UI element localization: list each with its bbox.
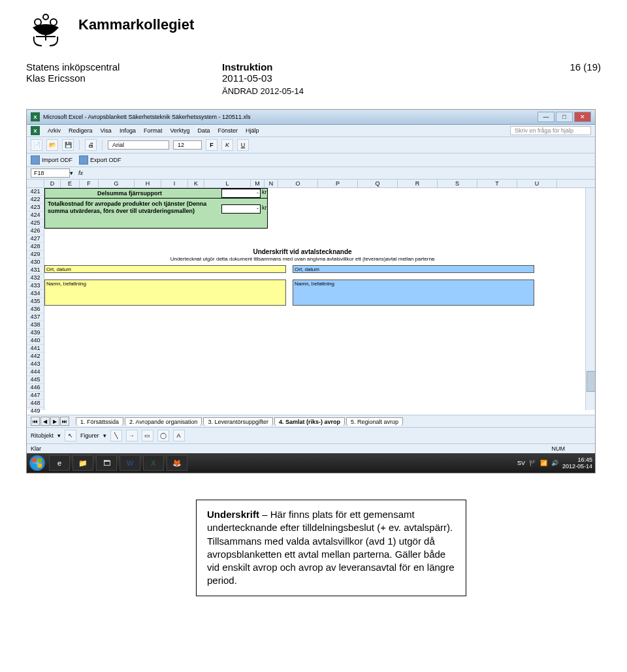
row-header[interactable]: 425: [27, 219, 44, 227]
menu-infoga[interactable]: Infoga: [120, 127, 136, 134]
tab-nav-last-icon[interactable]: ⏭: [60, 417, 69, 426]
row-header[interactable]: 421: [27, 188, 44, 196]
row-header[interactable]: 447: [27, 392, 44, 400]
underline-icon[interactable]: U: [237, 139, 249, 151]
row-header[interactable]: 432: [27, 274, 44, 282]
menu-data[interactable]: Data: [197, 127, 210, 134]
taskbar-excel-icon[interactable]: X: [143, 455, 164, 471]
menu-verktyg[interactable]: Verktyg: [170, 127, 189, 134]
cells-area[interactable]: Delsumma fjärrsupport - kr Totalkostnad …: [44, 188, 595, 410]
close-button[interactable]: ✕: [574, 112, 591, 122]
taskbar-ie-icon[interactable]: e: [49, 455, 70, 471]
ort-datum-left[interactable]: Ort, datum: [44, 265, 286, 273]
row-header[interactable]: 442: [27, 353, 44, 360]
row-header[interactable]: 433: [27, 282, 44, 290]
row-header[interactable]: 426: [27, 227, 44, 235]
select-icon[interactable]: ↖: [65, 430, 76, 441]
maximize-button[interactable]: □: [556, 112, 573, 122]
taskbar-firefox-icon[interactable]: 🦊: [167, 455, 187, 471]
tab-nav-next-icon[interactable]: ▶: [50, 417, 59, 426]
sheet-tab[interactable]: 4. Samlat (riks-) avrop: [274, 417, 345, 426]
row-header[interactable]: 440: [27, 337, 44, 345]
arrow-icon[interactable]: →: [126, 430, 138, 441]
help-search[interactable]: Skriv en fråga för hjälp: [510, 126, 591, 135]
row-header[interactable]: 424: [27, 212, 44, 219]
line-icon[interactable]: ╲: [110, 430, 122, 441]
menu-redigera[interactable]: Redigera: [69, 127, 93, 134]
row-header[interactable]: 423: [27, 204, 44, 212]
row-header[interactable]: 443: [27, 360, 44, 368]
row-header[interactable]: 441: [27, 345, 44, 353]
col-header[interactable]: N: [265, 180, 278, 187]
row-header[interactable]: 434: [27, 290, 44, 298]
tray-time[interactable]: 16:45: [562, 456, 592, 463]
row-header[interactable]: 438: [27, 321, 44, 329]
tab-nav-first-icon[interactable]: ⏮: [31, 417, 40, 426]
menu-arkiv[interactable]: Arkiv: [48, 127, 61, 134]
namn-right[interactable]: Namn, befattning: [293, 280, 534, 306]
menu-visa[interactable]: Visa: [101, 127, 112, 134]
scrollbar-thumb[interactable]: [587, 371, 595, 392]
col-header[interactable]: E: [61, 180, 80, 187]
tab-nav-prev-icon[interactable]: ◀: [40, 417, 50, 426]
print-icon[interactable]: 🖨: [85, 139, 97, 151]
new-icon[interactable]: 📄: [31, 139, 42, 151]
col-header[interactable]: G: [99, 180, 135, 187]
row-header[interactable]: 428: [27, 243, 44, 251]
row-header[interactable]: 449: [27, 408, 44, 415]
row-header[interactable]: 427: [27, 235, 44, 243]
col-header[interactable]: O: [278, 180, 318, 187]
col-header[interactable]: M: [251, 180, 265, 187]
row-header[interactable]: 431: [27, 266, 44, 274]
taskbar-explorer-icon[interactable]: 📁: [72, 455, 93, 471]
col-header[interactable]: Q: [358, 180, 398, 187]
row-header[interactable]: 444: [27, 368, 44, 376]
col-header[interactable]: K: [188, 180, 204, 187]
row-header[interactable]: 429: [27, 251, 44, 259]
col-header[interactable]: P: [318, 180, 358, 187]
row-header[interactable]: 448: [27, 400, 44, 408]
ort-datum-right[interactable]: Ort, datum: [293, 265, 534, 273]
tray-lang[interactable]: SV: [517, 460, 525, 466]
open-icon[interactable]: 📂: [46, 139, 58, 151]
menu-fonster[interactable]: Fönster: [217, 127, 238, 134]
tray-volume-icon[interactable]: 🔊: [551, 460, 558, 466]
tray-flag-icon[interactable]: 🏴: [529, 460, 536, 466]
col-header[interactable]: H: [135, 180, 161, 187]
export-odf-button[interactable]: Export ODF: [79, 155, 121, 165]
col-header[interactable]: R: [398, 180, 438, 187]
taskbar-folder-icon[interactable]: 🗔: [96, 455, 117, 471]
start-button[interactable]: [29, 455, 45, 471]
textbox-icon[interactable]: A: [173, 430, 185, 441]
menu-hjalp[interactable]: Hjälp: [246, 127, 259, 134]
row-header[interactable]: 430: [27, 259, 44, 266]
col-header[interactable]: I: [161, 180, 188, 187]
sheet-tab[interactable]: 2. Avropande organisation: [125, 417, 202, 426]
taskbar-word-icon[interactable]: W: [120, 455, 140, 471]
row-header[interactable]: 445: [27, 376, 44, 384]
namn-left[interactable]: Namn, befattning: [44, 280, 286, 306]
bold-icon[interactable]: F: [206, 139, 217, 151]
font-select[interactable]: Arial: [108, 140, 169, 150]
draw-objects-label[interactable]: Ritobjekt: [31, 432, 54, 439]
col-header[interactable]: D: [44, 180, 61, 187]
row-header[interactable]: 422: [27, 196, 44, 204]
import-odf-button[interactable]: Import ODF: [31, 155, 72, 165]
namebox-dropdown-icon[interactable]: ▾: [70, 170, 73, 176]
italic-icon[interactable]: K: [221, 139, 233, 151]
row-header[interactable]: 436: [27, 306, 44, 313]
fontsize-select[interactable]: 12: [173, 140, 202, 150]
vertical-scrollbar[interactable]: [585, 188, 595, 410]
save-icon[interactable]: 💾: [62, 139, 74, 151]
row-header[interactable]: 439: [27, 329, 44, 337]
menu-format[interactable]: Format: [144, 127, 163, 134]
tray-network-icon[interactable]: 📶: [540, 460, 547, 466]
col-header[interactable]: T: [477, 180, 517, 187]
rect-icon[interactable]: ▭: [142, 430, 153, 441]
fx-icon[interactable]: fx: [78, 170, 83, 176]
minimize-button[interactable]: —: [538, 112, 555, 122]
sheet-tab[interactable]: 5. Regionalt avrop: [346, 417, 403, 426]
row-header[interactable]: 437: [27, 313, 44, 321]
col-header[interactable]: S: [438, 180, 477, 187]
col-header[interactable]: U: [517, 180, 557, 187]
